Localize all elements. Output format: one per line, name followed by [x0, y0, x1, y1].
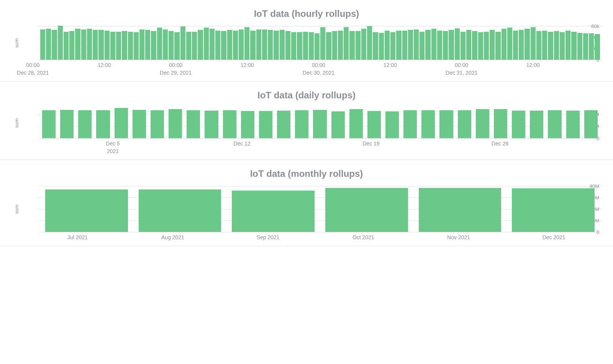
x-tick-label: Dec 5 — [106, 140, 120, 147]
bar — [403, 110, 417, 138]
bar — [192, 32, 197, 60]
x-tick-label: 00:00 — [26, 62, 39, 68]
bar — [490, 30, 495, 60]
bar — [157, 28, 162, 60]
bar — [589, 33, 594, 60]
bar — [64, 32, 69, 60]
bar — [530, 111, 543, 138]
bar — [122, 31, 127, 60]
bar — [554, 31, 559, 60]
bar — [466, 30, 471, 60]
chart-title-daily: IoT data (daily rollups) — [11, 90, 602, 101]
bar — [542, 31, 547, 60]
bar — [205, 111, 218, 138]
bar — [484, 32, 489, 60]
plot-daily: 00.5M1M — [21, 108, 602, 138]
bar — [385, 31, 390, 60]
bar — [98, 30, 103, 60]
bar — [244, 27, 249, 60]
bar — [145, 30, 150, 60]
bar — [78, 110, 92, 138]
bar — [421, 110, 435, 138]
bar — [87, 29, 92, 60]
bar — [325, 188, 408, 232]
bar — [495, 32, 500, 60]
bar — [536, 31, 541, 60]
plot-monthly: 010M20M30M40M — [21, 186, 602, 232]
bar — [180, 26, 185, 60]
bar — [439, 110, 453, 138]
bar — [344, 27, 349, 60]
bar — [133, 110, 146, 138]
bar — [297, 32, 302, 60]
bar — [186, 32, 191, 60]
bar — [566, 111, 580, 138]
bar — [420, 32, 425, 60]
bar — [431, 29, 436, 60]
bar — [239, 29, 244, 60]
bar — [280, 30, 285, 60]
bar — [512, 111, 525, 138]
bar — [512, 188, 595, 232]
x-axis-daily: Dec 5Dec 12Dec 19Dec 262021 — [30, 138, 602, 156]
bar — [458, 110, 471, 138]
bar — [93, 30, 98, 60]
bar — [151, 31, 156, 60]
bar — [449, 30, 454, 60]
bar — [233, 31, 238, 60]
y-axis-label-monthly: sum — [11, 186, 21, 232]
bar — [151, 110, 164, 138]
x-tick-sublabel: 2021 — [107, 148, 119, 154]
bar — [419, 188, 502, 232]
bar — [110, 32, 115, 60]
x-tick-label: Oct 2021 — [352, 234, 374, 240]
bar — [396, 31, 401, 60]
bar — [361, 29, 366, 60]
bar — [105, 31, 110, 60]
bar — [461, 32, 465, 60]
y-axis-label-daily: sum — [11, 108, 21, 138]
bar — [285, 31, 290, 60]
bar — [309, 32, 314, 60]
x-tick-label: 00:00 — [312, 62, 325, 68]
bar — [472, 31, 477, 60]
x-axis-monthly: Jul 2021Aug 2021Sep 2021Oct 2021Nov 2021… — [30, 232, 602, 242]
x-tick-label: Aug 2021 — [161, 234, 184, 240]
bar — [75, 29, 80, 60]
bar — [531, 27, 536, 60]
bars-container — [40, 108, 600, 138]
bar — [425, 30, 430, 60]
bar — [69, 31, 74, 60]
bar — [295, 110, 308, 138]
bar — [128, 32, 133, 60]
bar — [402, 31, 407, 60]
bar — [524, 29, 529, 60]
bar — [241, 111, 254, 138]
bar — [277, 111, 290, 138]
bar — [81, 29, 86, 60]
bar — [139, 189, 221, 232]
bar — [560, 32, 565, 60]
bar — [116, 32, 121, 60]
bar — [262, 29, 267, 60]
x-tick-label: 00:00 — [169, 62, 182, 68]
bar — [163, 29, 168, 60]
bar — [139, 29, 144, 60]
bar — [414, 29, 419, 60]
bar — [315, 33, 320, 60]
bar — [169, 31, 174, 60]
x-tick-label: Sep 2021 — [257, 234, 280, 240]
bar — [256, 29, 261, 60]
chart-title-hourly: IoT data (hourly rollups) — [11, 8, 602, 19]
bar — [291, 32, 296, 60]
bar — [169, 109, 182, 138]
bar — [519, 30, 524, 60]
bar — [58, 26, 63, 60]
bar — [198, 30, 203, 60]
bar — [385, 111, 399, 138]
bar — [437, 31, 442, 60]
bar — [443, 31, 448, 60]
bar — [548, 110, 561, 138]
bar — [45, 189, 128, 232]
bar — [250, 31, 255, 60]
